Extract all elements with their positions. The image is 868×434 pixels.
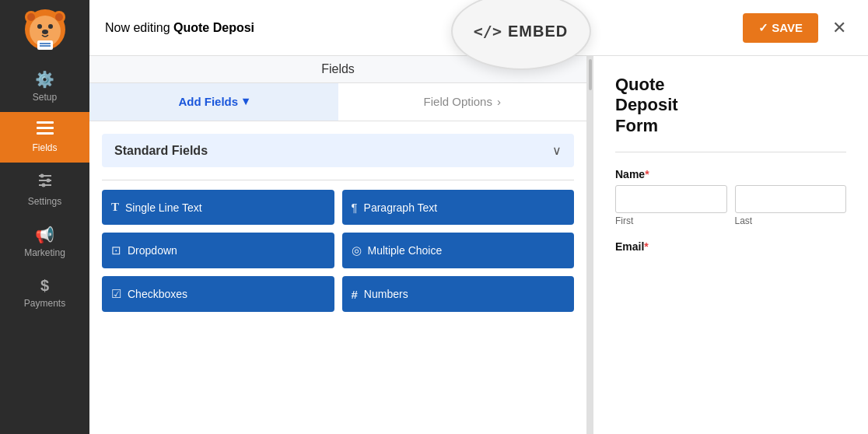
payments-icon: $ — [40, 277, 49, 295]
topbar-title: Now editing Quote Deposi — [105, 21, 254, 35]
sidebar-item-setup[interactable]: ⚙️ Setup — [0, 61, 89, 112]
section-chevron-icon: ∨ — [552, 143, 562, 158]
multiple-choice-icon: ◎ — [352, 243, 362, 257]
sidebar-item-setup-label: Setup — [33, 92, 57, 103]
sidebar-item-payments-label: Payments — [24, 298, 65, 309]
section-divider — [102, 180, 574, 180]
svg-point-20 — [41, 184, 45, 187]
tab-add-fields[interactable]: Add Fields ▾ — [89, 83, 338, 121]
svg-point-3 — [27, 13, 35, 21]
right-panel: QuoteDepositForm Name* First Last — [593, 56, 868, 434]
topbar: Now editing Quote Deposi </> EMBED ✓ SAV… — [89, 0, 868, 56]
marketing-icon: 📢 — [35, 226, 54, 244]
paragraph-text-icon: ¶ — [352, 201, 358, 214]
field-btn-checkboxes[interactable]: ☑ Checkboxes — [102, 276, 334, 312]
sidebar-item-settings[interactable]: Settings — [0, 163, 89, 216]
setup-icon: ⚙️ — [35, 70, 54, 89]
settings-icon — [37, 172, 54, 193]
sidebar: ⚙️ Setup Fields Settings — [0, 0, 89, 434]
sidebar-item-marketing[interactable]: 📢 Marketing — [0, 216, 89, 268]
topbar-actions: ✓ SAVE ✕ — [743, 13, 852, 43]
first-name-sublabel: First — [615, 215, 727, 226]
left-panel: Fields Add Fields ▾ Field Options › Stan… — [89, 56, 587, 434]
form-title: QuoteDepositForm — [615, 75, 846, 136]
svg-point-4 — [55, 13, 63, 21]
fields-tabs: Add Fields ▾ Field Options › — [89, 83, 586, 121]
save-button[interactable]: ✓ SAVE — [743, 13, 818, 43]
sidebar-item-fields[interactable]: Fields — [0, 112, 89, 163]
tab-add-fields-label: Add Fields — [178, 95, 238, 108]
sidebar-item-marketing-label: Marketing — [24, 247, 65, 258]
paragraph-text-label: Paragraph Text — [364, 201, 438, 214]
fields-icon — [37, 121, 54, 139]
svg-rect-14 — [37, 132, 54, 135]
form-label-name: Name* — [615, 168, 846, 180]
tab-add-fields-icon: ▾ — [243, 94, 249, 108]
tab-field-options-icon: › — [497, 95, 501, 108]
logo-icon — [22, 6, 68, 53]
fields-list-icon — [37, 121, 54, 135]
field-btn-multiple-choice[interactable]: ◎ Multiple Choice — [342, 233, 575, 268]
svg-rect-12 — [37, 121, 54, 124]
multiple-choice-label: Multiple Choice — [368, 244, 443, 257]
email-required-star: * — [644, 240, 648, 253]
editing-prefix: Now editing — [105, 21, 173, 34]
svg-point-16 — [40, 174, 44, 178]
form-divider — [615, 152, 846, 152]
main-area: Now editing Quote Deposi </> EMBED ✓ SAV… — [89, 0, 868, 434]
required-star: * — [645, 168, 649, 180]
form-name: Quote Deposi — [173, 21, 254, 34]
field-btn-numbers[interactable]: # Numbers — [342, 276, 575, 312]
dropdown-icon: ⊡ — [111, 243, 121, 257]
field-btn-dropdown[interactable]: ⊡ Dropdown — [102, 233, 334, 268]
checkboxes-label: Checkboxes — [128, 288, 187, 300]
form-name-row: First Last — [615, 185, 846, 226]
fields-grid: T Single Line Text ¶ Paragraph Text ⊡ Dr… — [102, 190, 574, 312]
form-input-first: First — [615, 185, 727, 226]
single-line-text-label: Single Line Text — [125, 201, 202, 214]
form-input-last: Last — [735, 185, 847, 226]
last-name-input[interactable] — [735, 185, 847, 213]
panel-divider — [587, 56, 593, 434]
svg-point-8 — [42, 30, 48, 34]
tab-field-options-label: Field Options — [424, 95, 492, 108]
sidebar-item-settings-label: Settings — [28, 196, 61, 207]
tab-field-options[interactable]: Field Options › — [338, 83, 587, 121]
form-field-email: Email* — [615, 240, 846, 253]
numbers-label: Numbers — [364, 288, 408, 300]
svg-rect-13 — [37, 127, 54, 129]
checkboxes-icon: ☑ — [111, 287, 121, 301]
embed-code-icon: </> — [474, 22, 502, 40]
svg-rect-9 — [37, 40, 53, 50]
standard-fields-section-header[interactable]: Standard Fields ∨ — [102, 134, 574, 167]
form-field-name: Name* First Last — [615, 168, 846, 226]
sidebar-item-payments[interactable]: $ Payments — [0, 268, 89, 318]
svg-point-6 — [37, 24, 42, 29]
content-area: Fields Add Fields ▾ Field Options › Stan… — [89, 56, 868, 434]
fields-header-label: Fields — [321, 62, 355, 76]
svg-point-18 — [46, 179, 50, 183]
logo — [22, 6, 68, 56]
settings-sliders-icon — [37, 172, 54, 189]
svg-point-7 — [48, 24, 53, 29]
numbers-icon: # — [352, 288, 358, 301]
embed-label: EMBED — [508, 23, 568, 40]
field-btn-single-line-text[interactable]: T Single Line Text — [102, 190, 334, 225]
dropdown-label: Dropdown — [128, 244, 177, 257]
single-line-text-icon: T — [111, 201, 119, 214]
fields-content: Standard Fields ∨ T Single Line Text ¶ P… — [89, 121, 586, 434]
form-label-email: Email* — [615, 240, 846, 253]
close-button[interactable]: ✕ — [826, 15, 852, 41]
last-name-sublabel: Last — [735, 215, 847, 226]
sidebar-item-fields-label: Fields — [32, 142, 57, 153]
standard-fields-title: Standard Fields — [114, 144, 208, 158]
field-btn-paragraph-text[interactable]: ¶ Paragraph Text — [342, 190, 575, 225]
first-name-input[interactable] — [615, 185, 727, 213]
